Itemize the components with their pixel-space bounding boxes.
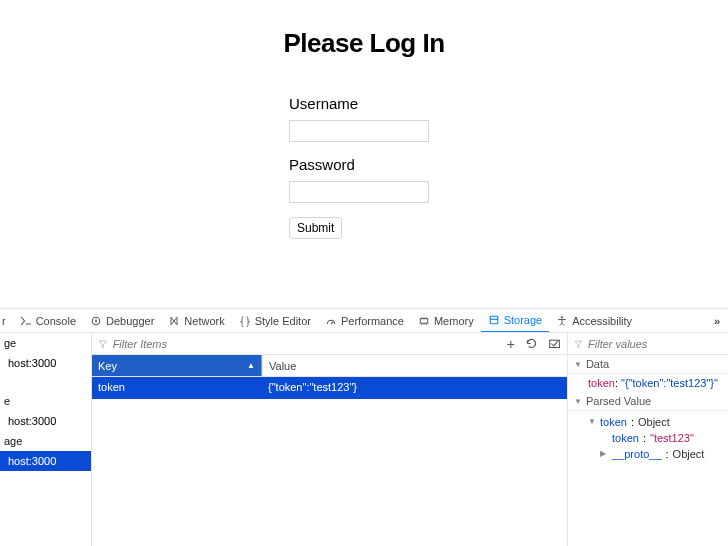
tab-network[interactable]: Network <box>161 309 231 333</box>
storage-group[interactable]: age <box>0 431 91 451</box>
add-item-button[interactable]: + <box>507 336 515 352</box>
section-parsed[interactable]: ▼ Parsed Value <box>568 392 728 411</box>
tab-inspector-partial[interactable]: r <box>2 309 13 333</box>
tab-performance[interactable]: Performance <box>318 309 411 333</box>
page-title: Please Log In <box>0 28 728 59</box>
filter-icon <box>574 339 583 349</box>
storage-details: ▼ Data token: "{"token":"test123"}" ▼ Pa… <box>568 333 728 546</box>
tree-node[interactable]: token: "test123" <box>576 430 722 446</box>
delete-icon[interactable] <box>548 337 561 350</box>
disclosure-open-icon: ▼ <box>574 397 582 406</box>
storage-toolbar: + <box>92 333 567 355</box>
svg-point-4 <box>561 316 563 318</box>
login-form: Username Password Submit <box>289 95 439 239</box>
cell-value: {"token":"test123"} <box>262 377 567 399</box>
parsed-tree: ▼ token: Object token: "test123" ▶ __pro… <box>568 411 728 465</box>
disclosure-closed-icon: ▶ <box>600 446 608 462</box>
filter-items-input[interactable] <box>113 338 499 350</box>
filter-icon <box>98 339 108 349</box>
console-icon <box>20 315 32 327</box>
svg-rect-1 <box>95 319 97 322</box>
tree-node[interactable]: ▼ token: Object <box>576 414 722 430</box>
username-label: Username <box>289 95 439 112</box>
column-value[interactable]: Value <box>262 355 567 376</box>
data-kv: token: "{"token":"test123"}" <box>568 374 728 392</box>
tab-storage[interactable]: Storage <box>481 309 550 333</box>
accessibility-icon <box>556 315 568 327</box>
svg-rect-2 <box>420 318 428 323</box>
tab-accessibility[interactable]: Accessibility <box>549 309 639 333</box>
tree-node[interactable]: ▶ __proto__: Object <box>576 446 722 462</box>
memory-icon <box>418 315 430 327</box>
tab-memory[interactable]: Memory <box>411 309 481 333</box>
table-header: Key ▲ Value <box>92 355 567 377</box>
storage-table: + Key ▲ Value token {"token":"test123"} <box>92 333 568 546</box>
tab-overflow[interactable]: » <box>706 315 728 327</box>
style-editor-icon <box>239 315 251 327</box>
password-input[interactable] <box>289 181 429 203</box>
column-key[interactable]: Key ▲ <box>92 355 262 376</box>
network-icon <box>168 315 180 327</box>
storage-group[interactable]: e <box>0 391 91 411</box>
storage-host[interactable]: host:3000 <box>0 411 91 431</box>
storage-icon <box>488 314 500 326</box>
svg-rect-3 <box>490 316 498 324</box>
storage-sidebar: ge host:3000 e host:3000 age host:3000 <box>0 333 92 546</box>
filter-values-input[interactable] <box>588 338 722 350</box>
disclosure-open-icon: ▼ <box>574 360 582 369</box>
tab-style-editor[interactable]: Style Editor <box>232 309 318 333</box>
devtools-tabbar: r Console Debugger Network Style Editor … <box>0 309 728 333</box>
section-data[interactable]: ▼ Data <box>568 355 728 374</box>
storage-host-selected[interactable]: host:3000 <box>0 451 91 471</box>
debugger-icon <box>90 315 102 327</box>
devtools-panel: r Console Debugger Network Style Editor … <box>0 308 728 546</box>
performance-icon <box>325 315 337 327</box>
storage-group[interactable]: ge <box>0 333 91 353</box>
cell-key: token <box>92 377 262 399</box>
table-row[interactable]: token {"token":"test123"} <box>92 377 567 399</box>
password-label: Password <box>289 156 439 173</box>
refresh-icon[interactable] <box>525 337 538 350</box>
submit-button[interactable]: Submit <box>289 217 342 239</box>
disclosure-open-icon: ▼ <box>588 414 596 430</box>
username-input[interactable] <box>289 120 429 142</box>
tab-console[interactable]: Console <box>13 309 83 333</box>
tab-debugger[interactable]: Debugger <box>83 309 161 333</box>
storage-host[interactable]: host:3000 <box>0 353 91 373</box>
sort-asc-icon: ▲ <box>247 361 255 370</box>
